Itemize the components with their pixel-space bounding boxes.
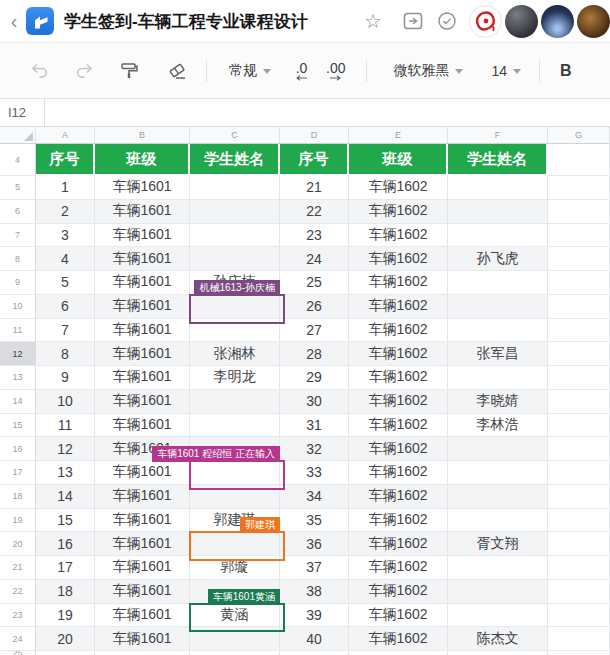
cell[interactable] xyxy=(548,342,610,366)
cell[interactable] xyxy=(548,390,610,414)
cell[interactable] xyxy=(95,651,190,655)
cell[interactable]: 40 xyxy=(280,627,349,651)
cell[interactable] xyxy=(448,580,548,604)
cell[interactable] xyxy=(548,271,610,295)
star-button[interactable]: ☆ xyxy=(362,10,384,32)
cell[interactable] xyxy=(448,437,548,461)
column-header-b[interactable]: B xyxy=(95,127,190,143)
row-number[interactable]: 14 xyxy=(0,390,36,414)
cell[interactable]: 车辆1601 xyxy=(95,414,190,438)
cell[interactable]: 35 xyxy=(280,509,349,533)
formula-input[interactable] xyxy=(45,99,610,126)
cell[interactable]: 4 xyxy=(36,247,95,271)
cell[interactable]: 14 xyxy=(36,485,95,509)
cell[interactable]: 车辆1602 xyxy=(349,176,448,200)
row-number[interactable]: 24 xyxy=(0,627,36,651)
cell[interactable]: 24 xyxy=(280,247,349,271)
cell[interactable]: 15 xyxy=(36,509,95,533)
back-button[interactable]: ‹ xyxy=(6,0,22,42)
cell[interactable] xyxy=(448,176,548,200)
cell[interactable]: 9 xyxy=(36,366,95,390)
cell[interactable] xyxy=(548,144,610,176)
cell[interactable] xyxy=(548,224,610,248)
undo-button[interactable] xyxy=(30,62,49,80)
cell[interactable]: 孙庆楠 xyxy=(190,271,280,295)
cell[interactable]: 车辆1601 xyxy=(95,342,190,366)
cell[interactable]: 1 xyxy=(36,176,95,200)
cell[interactable] xyxy=(190,200,280,224)
cell[interactable]: 12 xyxy=(36,437,95,461)
cell[interactable]: 郭建琪 xyxy=(190,509,280,533)
header-cell[interactable]: 序号 xyxy=(36,144,95,176)
cell[interactable] xyxy=(548,247,610,271)
cell[interactable]: 车辆1602 xyxy=(349,627,448,651)
cell[interactable] xyxy=(448,461,548,485)
column-header-g[interactable]: G xyxy=(548,127,610,143)
cell[interactable]: 李晓婧 xyxy=(448,390,548,414)
cell[interactable]: 17 xyxy=(36,556,95,580)
avatar[interactable] xyxy=(541,5,574,38)
avatar[interactable] xyxy=(505,5,538,38)
cell[interactable]: 车辆1602 xyxy=(349,224,448,248)
header-cell[interactable]: 学生姓名 xyxy=(448,144,548,176)
cell[interactable]: 26 xyxy=(280,295,349,319)
cell[interactable]: 车辆1602 xyxy=(349,295,448,319)
cell[interactable]: 29 xyxy=(280,366,349,390)
cell[interactable] xyxy=(190,319,280,343)
cell[interactable] xyxy=(548,319,610,343)
font-name-dropdown[interactable]: 微软雅黑 xyxy=(393,62,463,80)
cell[interactable]: 车辆1602 xyxy=(349,271,448,295)
row-number[interactable]: 23 xyxy=(0,604,36,628)
cell[interactable]: 31 xyxy=(280,414,349,438)
cell[interactable]: 胥文翔 xyxy=(448,532,548,556)
cell[interactable] xyxy=(548,176,610,200)
cell[interactable]: 22 xyxy=(280,200,349,224)
cell[interactable] xyxy=(190,651,280,655)
row-number[interactable]: 13 xyxy=(0,366,36,390)
cell[interactable]: 黄涵 xyxy=(190,604,280,628)
cell[interactable] xyxy=(448,556,548,580)
column-header-e[interactable]: E xyxy=(349,127,448,143)
header-cell[interactable]: 班级 xyxy=(349,144,448,176)
cell[interactable]: 车辆1602 xyxy=(349,200,448,224)
cell[interactable] xyxy=(548,532,610,556)
cell[interactable]: 车辆1601 xyxy=(95,247,190,271)
cell[interactable] xyxy=(190,627,280,651)
cell[interactable]: 13 xyxy=(36,461,95,485)
cell[interactable] xyxy=(448,485,548,509)
cell[interactable]: 33 xyxy=(280,461,349,485)
cell[interactable] xyxy=(548,295,610,319)
row-number[interactable]: 12 xyxy=(0,342,36,366)
row-number[interactable]: 6 xyxy=(0,200,36,224)
cell[interactable] xyxy=(448,509,548,533)
cell[interactable]: 车辆1602 xyxy=(349,319,448,343)
column-header-c[interactable]: C xyxy=(190,127,280,143)
cell[interactable]: 车辆1601 xyxy=(95,390,190,414)
cell[interactable] xyxy=(548,437,610,461)
row-number[interactable]: 5 xyxy=(0,176,36,200)
cell[interactable] xyxy=(548,200,610,224)
decrease-decimal-button[interactable]: .0 xyxy=(295,61,308,81)
column-header-a[interactable]: A xyxy=(36,127,95,143)
cell[interactable]: 18 xyxy=(36,580,95,604)
cell[interactable]: 车辆1602 xyxy=(349,342,448,366)
cell[interactable]: 孙飞虎 xyxy=(448,247,548,271)
cell[interactable]: 车辆1601 xyxy=(95,319,190,343)
cell[interactable]: 车辆1602 xyxy=(349,437,448,461)
cell[interactable] xyxy=(448,319,548,343)
cell[interactable]: 车辆1601 xyxy=(95,580,190,604)
cell[interactable]: 车辆1601 xyxy=(95,627,190,651)
cell[interactable]: 27 xyxy=(280,319,349,343)
cell[interactable] xyxy=(190,485,280,509)
cell[interactable] xyxy=(190,390,280,414)
row-number[interactable]: 10 xyxy=(0,295,36,319)
column-header-d[interactable]: D xyxy=(280,127,349,143)
cell[interactable]: 19 xyxy=(36,604,95,628)
increase-decimal-button[interactable]: .00 xyxy=(326,61,345,81)
cell[interactable]: 车辆1602 xyxy=(349,580,448,604)
cell[interactable]: 23 xyxy=(280,224,349,248)
cell[interactable]: 李明龙 xyxy=(190,366,280,390)
cell[interactable] xyxy=(448,295,548,319)
row-number[interactable]: 7 xyxy=(0,224,36,248)
cell[interactable]: 38 xyxy=(280,580,349,604)
